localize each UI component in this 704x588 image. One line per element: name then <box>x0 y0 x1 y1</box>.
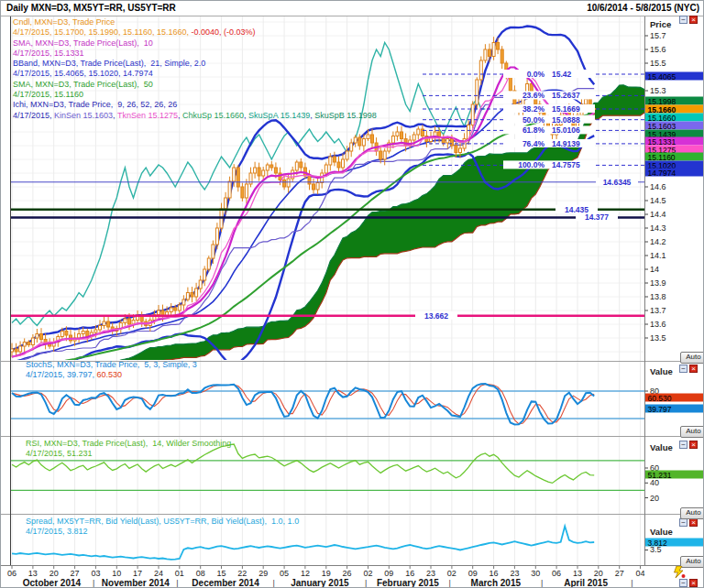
svg-text:09: 09 <box>468 569 478 578</box>
svg-text:100.0%: 100.0% <box>518 160 544 169</box>
svg-text:14.6345: 14.6345 <box>603 178 632 187</box>
main-legend-line[interactable]: SMA, MXN=D3, Trade Price(Last), 50 <box>13 80 377 90</box>
svg-text:02: 02 <box>447 569 456 578</box>
svg-text:60.530: 60.530 <box>648 394 672 403</box>
auto-scale-button-rsi[interactable]: Auto <box>680 507 704 519</box>
legend-text: RSI, MXN=D3, Trade Price(Last), 14, Wild… <box>26 439 231 448</box>
stochastic-panel <box>10 384 644 424</box>
legend-text: 4/17/2015, 15.1160 <box>13 90 83 99</box>
spread-legend: Spread, MX5YT=RR, Bid Yield(Last), US5YT… <box>26 517 299 538</box>
svg-text:Value: Value <box>650 442 673 452</box>
svg-text:38.2%: 38.2% <box>522 104 545 114</box>
close-button-spread[interactable]: × <box>689 518 698 527</box>
close-button-rsi[interactable]: × <box>689 441 698 449</box>
stoch-legend-line[interactable]: StochS, MXN=D3, Trade Price, 5, 3, Simpl… <box>26 360 197 370</box>
svg-text:14.3: 14.3 <box>650 223 666 233</box>
svg-text:14: 14 <box>650 265 659 274</box>
legend-text: SkuSpB 15.1998 <box>314 111 377 120</box>
main-legend-line[interactable]: BBand, MXN=D3, Trade Price(Last), 21, Si… <box>13 59 377 69</box>
minimize-button-rsi[interactable]: − <box>679 441 688 449</box>
svg-text:|: | <box>365 579 367 588</box>
svg-text:10: 10 <box>112 569 121 578</box>
svg-text:20: 20 <box>50 569 59 578</box>
close-button-footer[interactable]: × <box>689 579 698 587</box>
svg-text:April 2015: April 2015 <box>564 578 608 588</box>
svg-text:17: 17 <box>133 569 142 578</box>
svg-text:15.1669: 15.1669 <box>552 104 580 114</box>
svg-text:14.2: 14.2 <box>650 237 666 246</box>
svg-text:March 2015: March 2015 <box>471 578 522 588</box>
legend-text: Cndl, MXN=D3, Trade Price <box>13 17 115 27</box>
spread-legend-line[interactable]: Spread, MX5YT=RR, Bid Yield(Last), US5YT… <box>26 517 299 527</box>
svg-text:03: 03 <box>91 569 100 578</box>
legend-text: Ichi, MXN=D3, Trade Price, 9, 26, 52, 26… <box>13 100 177 109</box>
auto-scale-button-main[interactable]: Auto <box>680 352 704 364</box>
svg-text:15.3: 15.3 <box>650 86 666 95</box>
minimize-button-spread[interactable]: − <box>679 518 688 527</box>
svg-text:13.662: 13.662 <box>424 311 448 321</box>
svg-text:23: 23 <box>426 569 435 578</box>
time-axis[interactable]: 0613202703101724010815222905121926020916… <box>7 566 645 588</box>
close-button-main[interactable]: × <box>689 16 698 24</box>
main-legend-line[interactable]: 4/17/2015, KinSen 15.1603, TknSen 15.127… <box>13 111 377 121</box>
svg-text:February 2015: February 2015 <box>377 578 439 588</box>
svg-text:14.377: 14.377 <box>585 212 609 222</box>
minimize-button-main[interactable]: − <box>679 16 688 24</box>
svg-text:15.0888: 15.0888 <box>552 115 580 125</box>
svg-text:01: 01 <box>175 569 184 578</box>
rsi-legend: RSI, MXN=D3, Trade Price(Last), 14, Wild… <box>26 439 231 460</box>
svg-text:14.7974: 14.7974 <box>648 169 676 178</box>
svg-text:15.2637: 15.2637 <box>552 91 580 100</box>
rsi-legend-line[interactable]: 4/17/2015, 51.231 <box>26 449 231 459</box>
svg-text:06: 06 <box>7 569 16 578</box>
spread-legend-line[interactable]: 4/17/2015, 3.812 <box>26 527 299 537</box>
main-legend-line[interactable]: Cndl, MXN=D3, Trade Price <box>13 17 377 27</box>
legend-text: SMA, MXN=D3, Trade Price(Last), 10 <box>13 38 153 48</box>
svg-text:14.5: 14.5 <box>650 196 666 205</box>
legend-text: SMA, MXN=D3, Trade Price(Last), 50 <box>13 80 153 89</box>
svg-text:61.8%: 61.8% <box>522 125 545 135</box>
svg-text:|: | <box>541 579 543 588</box>
alert-flash-icon[interactable] <box>673 566 686 579</box>
svg-text:16: 16 <box>405 569 414 578</box>
main-legend-line[interactable]: Ichi, MXN=D3, Trade Price, 9, 26, 52, 26… <box>13 100 377 110</box>
svg-text:15.42: 15.42 <box>552 70 572 79</box>
legend-text: 4/17/2015, 15.4065, 15.1020, 14.7974 <box>13 69 153 78</box>
svg-text:40: 40 <box>650 478 659 487</box>
main-legend-line[interactable]: 4/17/2015, 15.1331 <box>13 49 377 59</box>
svg-text:15.6: 15.6 <box>650 45 666 54</box>
close-button-stoch[interactable]: × <box>689 365 698 373</box>
svg-text:02: 02 <box>363 569 372 578</box>
svg-text:51.231: 51.231 <box>648 471 672 480</box>
svg-text:23.6%: 23.6% <box>522 91 545 100</box>
svg-text:12: 12 <box>301 569 310 578</box>
svg-text:13: 13 <box>28 569 38 578</box>
svg-text:08: 08 <box>196 569 205 578</box>
svg-text:|: | <box>176 579 178 588</box>
minimize-button-stoch[interactable]: − <box>679 365 688 373</box>
stoch-legend-line[interactable]: 4/17/2015, 39.797, 60.530 <box>26 370 197 380</box>
svg-text:50.0%: 50.0% <box>522 115 545 125</box>
value-axes[interactable]: Price15.715.615.515.314.614.514.414.314.… <box>645 19 704 554</box>
svg-text:15.4065: 15.4065 <box>648 72 676 82</box>
main-legend-line[interactable]: SMA, MXN=D3, Trade Price(Last), 10 <box>13 38 377 49</box>
svg-text:14.6: 14.6 <box>650 182 666 191</box>
svg-text:30: 30 <box>531 569 540 578</box>
main-legend-line[interactable]: 4/17/2015, 15.4065, 15.1020, 14.7974 <box>13 69 377 79</box>
rsi-legend-line[interactable]: RSI, MXN=D3, Trade Price(Last), 14, Wild… <box>26 439 231 449</box>
main-legend-line[interactable]: 4/17/2015, 15.1700, 15.1990, 15.1160, 15… <box>13 27 377 38</box>
svg-text:14.7575: 14.7575 <box>552 160 580 169</box>
svg-text:15.5: 15.5 <box>650 59 666 68</box>
svg-text:3.812: 3.812 <box>648 539 668 548</box>
svg-text:October 2014: October 2014 <box>23 578 82 588</box>
main-legend-line[interactable]: 4/17/2015, 15.1160 <box>13 90 377 100</box>
legend-text: 4/17/2015, <box>13 111 54 120</box>
legend-text: 4/17/2015, 15.1331 <box>13 49 84 58</box>
legend-text: BBand, MXN=D3, Trade Price(Last), 21, Si… <box>13 59 205 68</box>
chart-title: Daily MXN=D3, MX5YT=RR, US5YT=RR <box>6 3 176 16</box>
auto-scale-button-stoch[interactable]: Auto <box>680 426 704 438</box>
minimize-button-footer[interactable]: − <box>679 579 688 587</box>
legend-text: SkuSpA 15.1439 <box>248 111 310 120</box>
legend-text: KinSen 15.1603 <box>54 111 113 120</box>
svg-text:13.5: 13.5 <box>650 333 666 343</box>
